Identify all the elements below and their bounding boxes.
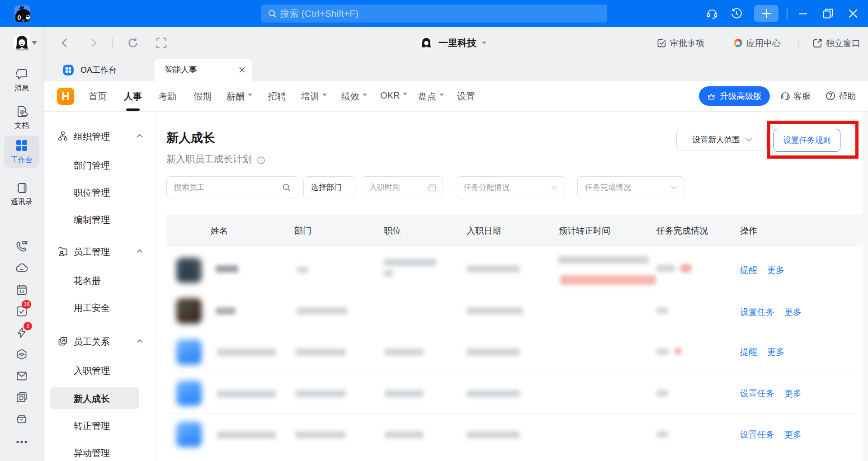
svg-text:14: 14 bbox=[19, 289, 24, 294]
svg-text:大家智慧的裁护: 大家智慧的裁护 bbox=[15, 48, 28, 51]
